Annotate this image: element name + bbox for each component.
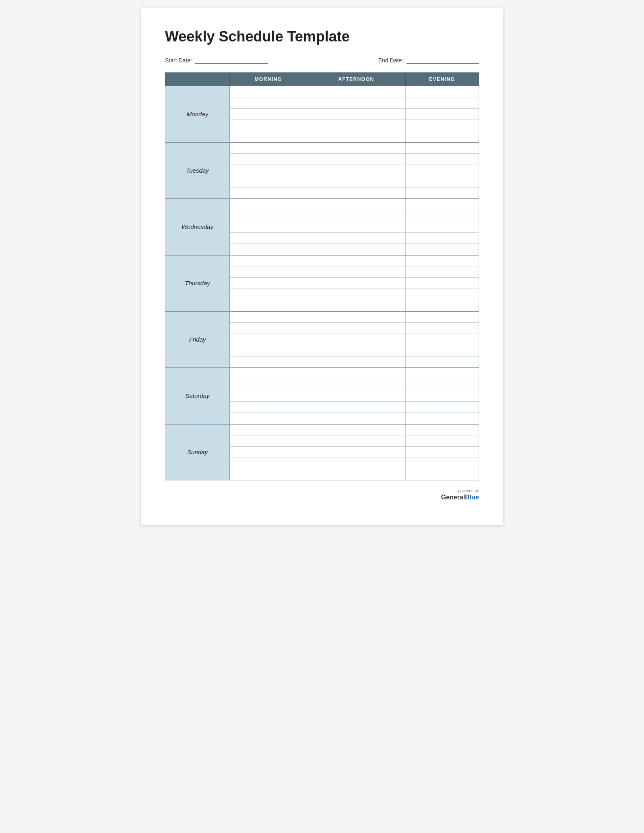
- wednesday-morning-row3[interactable]: [230, 233, 307, 244]
- friday-morning-row0[interactable]: [230, 311, 307, 323]
- friday-afternoon-row4[interactable]: [307, 357, 405, 368]
- monday-afternoon-row2[interactable]: [307, 109, 405, 120]
- saturday-morning-row1[interactable]: [230, 379, 307, 390]
- saturday-afternoon-row2[interactable]: [307, 390, 405, 402]
- saturday-afternoon-row3[interactable]: [307, 402, 405, 413]
- saturday-afternoon-row1[interactable]: [307, 379, 405, 390]
- wednesday-evening-row3[interactable]: [405, 233, 479, 244]
- wednesday-evening-row0[interactable]: [405, 199, 479, 210]
- saturday-morning-row3[interactable]: [230, 402, 307, 413]
- friday-morning-row4[interactable]: [230, 357, 307, 368]
- end-date-line[interactable]: [407, 57, 479, 64]
- thursday-evening-row3[interactable]: [405, 289, 479, 300]
- sunday-afternoon-row2[interactable]: [307, 447, 405, 458]
- tuesday-evening-row1[interactable]: [405, 154, 479, 165]
- tuesday-morning-row1[interactable]: [230, 154, 307, 165]
- friday-evening-row1[interactable]: [405, 323, 479, 334]
- saturday-morning-row4[interactable]: [230, 413, 307, 424]
- saturday-evening-row4[interactable]: [405, 413, 479, 424]
- sunday-afternoon-row0[interactable]: [307, 424, 405, 435]
- friday-evening-row4[interactable]: [405, 357, 479, 368]
- monday-afternoon-row3[interactable]: [307, 120, 405, 131]
- tuesday-evening-row0[interactable]: [405, 142, 479, 154]
- monday-afternoon-row0[interactable]: [307, 86, 405, 97]
- monday-afternoon-row1[interactable]: [307, 97, 405, 109]
- thursday-afternoon-row2[interactable]: [307, 278, 405, 289]
- thursday-morning-row4[interactable]: [230, 300, 307, 311]
- friday-evening-row0[interactable]: [405, 311, 479, 323]
- saturday-evening-row0[interactable]: [405, 368, 479, 379]
- sunday-morning-row4[interactable]: [230, 469, 307, 480]
- friday-afternoon-row3[interactable]: [307, 345, 405, 357]
- thursday-morning-row3[interactable]: [230, 289, 307, 300]
- wednesday-afternoon-row3[interactable]: [307, 233, 405, 244]
- monday-evening-row2[interactable]: [405, 109, 479, 120]
- thursday-afternoon-row4[interactable]: [307, 300, 405, 311]
- monday-afternoon-row4[interactable]: [307, 131, 405, 142]
- tuesday-morning-row4[interactable]: [230, 188, 307, 199]
- thursday-evening-row1[interactable]: [405, 266, 479, 278]
- tuesday-evening-row3[interactable]: [405, 176, 479, 188]
- thursday-afternoon-row1[interactable]: [307, 266, 405, 278]
- sunday-morning-row1[interactable]: [230, 435, 307, 447]
- wednesday-afternoon-row0[interactable]: [307, 199, 405, 210]
- sunday-morning-row0[interactable]: [230, 424, 307, 435]
- tuesday-morning-row3[interactable]: [230, 176, 307, 188]
- tuesday-afternoon-row3[interactable]: [307, 176, 405, 188]
- saturday-morning-row0[interactable]: [230, 368, 307, 379]
- wednesday-morning-row2[interactable]: [230, 221, 307, 233]
- monday-evening-row3[interactable]: [405, 120, 479, 131]
- wednesday-afternoon-row4[interactable]: [307, 244, 405, 255]
- tuesday-afternoon-row0[interactable]: [307, 142, 405, 154]
- saturday-morning-row2[interactable]: [230, 390, 307, 402]
- tuesday-afternoon-row2[interactable]: [307, 165, 405, 176]
- monday-morning-row0[interactable]: [230, 86, 307, 97]
- wednesday-morning-row0[interactable]: [230, 199, 307, 210]
- thursday-morning-row2[interactable]: [230, 278, 307, 289]
- monday-evening-row1[interactable]: [405, 97, 479, 109]
- friday-evening-row2[interactable]: [405, 334, 479, 345]
- monday-morning-row1[interactable]: [230, 97, 307, 109]
- wednesday-morning-row4[interactable]: [230, 244, 307, 255]
- monday-evening-row0[interactable]: [405, 86, 479, 97]
- sunday-morning-row2[interactable]: [230, 447, 307, 458]
- saturday-evening-row1[interactable]: [405, 379, 479, 390]
- thursday-morning-row0[interactable]: [230, 255, 307, 266]
- monday-morning-row3[interactable]: [230, 120, 307, 131]
- thursday-evening-row2[interactable]: [405, 278, 479, 289]
- monday-morning-row4[interactable]: [230, 131, 307, 142]
- tuesday-morning-row0[interactable]: [230, 142, 307, 154]
- thursday-afternoon-row3[interactable]: [307, 289, 405, 300]
- sunday-evening-row4[interactable]: [405, 469, 479, 480]
- thursday-morning-row1[interactable]: [230, 266, 307, 278]
- friday-morning-row3[interactable]: [230, 345, 307, 357]
- tuesday-afternoon-row1[interactable]: [307, 154, 405, 165]
- wednesday-evening-row4[interactable]: [405, 244, 479, 255]
- wednesday-evening-row2[interactable]: [405, 221, 479, 233]
- sunday-afternoon-row3[interactable]: [307, 458, 405, 469]
- thursday-evening-row0[interactable]: [405, 255, 479, 266]
- thursday-evening-row4[interactable]: [405, 300, 479, 311]
- sunday-afternoon-row1[interactable]: [307, 435, 405, 447]
- friday-afternoon-row2[interactable]: [307, 334, 405, 345]
- wednesday-evening-row1[interactable]: [405, 210, 479, 221]
- sunday-afternoon-row4[interactable]: [307, 469, 405, 480]
- tuesday-evening-row2[interactable]: [405, 165, 479, 176]
- friday-afternoon-row0[interactable]: [307, 311, 405, 323]
- friday-afternoon-row1[interactable]: [307, 323, 405, 334]
- friday-morning-row1[interactable]: [230, 323, 307, 334]
- sunday-evening-row0[interactable]: [405, 424, 479, 435]
- wednesday-afternoon-row2[interactable]: [307, 221, 405, 233]
- sunday-evening-row3[interactable]: [405, 458, 479, 469]
- friday-evening-row3[interactable]: [405, 345, 479, 357]
- sunday-morning-row3[interactable]: [230, 458, 307, 469]
- friday-morning-row2[interactable]: [230, 334, 307, 345]
- sunday-evening-row1[interactable]: [405, 435, 479, 447]
- wednesday-morning-row1[interactable]: [230, 210, 307, 221]
- sunday-evening-row2[interactable]: [405, 447, 479, 458]
- tuesday-morning-row2[interactable]: [230, 165, 307, 176]
- saturday-afternoon-row4[interactable]: [307, 413, 405, 424]
- saturday-evening-row2[interactable]: [405, 390, 479, 402]
- tuesday-afternoon-row4[interactable]: [307, 188, 405, 199]
- monday-evening-row4[interactable]: [405, 131, 479, 142]
